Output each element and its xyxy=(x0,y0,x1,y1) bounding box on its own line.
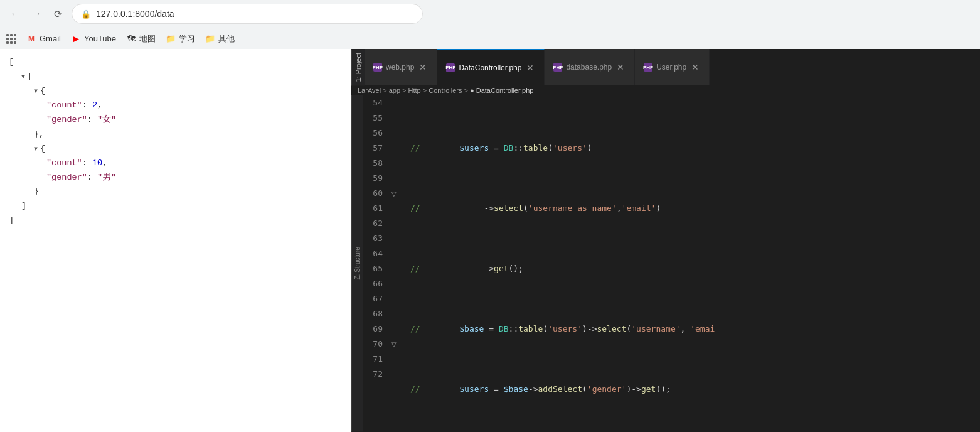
code-line-56: // -> get (); xyxy=(405,261,980,276)
bookmark-maps-label: 地图 xyxy=(139,33,156,45)
collapse-icon-2[interactable]: ▼ xyxy=(34,86,38,97)
bracket: [ xyxy=(28,70,33,84)
address-bar[interactable]: 🔒 127.0.0.1:8000/data xyxy=(72,4,423,24)
json-line-9: "gender" : "男" xyxy=(9,171,342,185)
bookmark-apps[interactable] xyxy=(6,34,16,44)
tab-database-php[interactable]: PHP database.php ✕ xyxy=(545,49,635,85)
json-line-11: ] xyxy=(9,199,342,213)
json-value-gender2: "男" xyxy=(97,171,116,185)
json-value-count2: 10 xyxy=(92,156,102,171)
nav-buttons: ← → ⟳ xyxy=(6,5,67,23)
json-panel: [ ▼ [ ▼ { "count" : 2 , "gender" : "女" }… xyxy=(0,49,351,432)
bookmark-youtube-label: YouTube xyxy=(84,34,116,43)
code-area[interactable]: 54 55 56 57 58 59 60 61 62 63 64 65 66 6… xyxy=(363,95,980,432)
code-lines: // $users = DB :: table ( 'users' ) // xyxy=(400,95,980,432)
bookmark-other[interactable]: 📁 其他 xyxy=(205,33,235,45)
json-line-7: ▼ { xyxy=(9,142,342,156)
bookmark-maps[interactable]: 🗺 地图 xyxy=(126,33,156,45)
json-value-gender1: "女" xyxy=(97,113,116,127)
fold-68 xyxy=(388,306,400,321)
json-key-gender2: "gender" xyxy=(46,171,87,185)
bookmark-learn-label: 学习 xyxy=(179,33,195,45)
fold-64 xyxy=(388,246,400,261)
json-line-1: [ xyxy=(9,55,342,70)
bracket: { xyxy=(40,142,45,156)
fold-55 xyxy=(388,111,400,126)
forward-button[interactable]: → xyxy=(28,5,45,23)
gmail-icon: M xyxy=(26,34,36,44)
structure-label: Z: Structure xyxy=(354,247,361,280)
tab-web-php[interactable]: PHP web.php ✕ xyxy=(365,49,437,85)
json-line-2: ▼ [ xyxy=(9,70,342,84)
fold-61 xyxy=(388,201,400,216)
bracket: [ xyxy=(9,55,14,70)
php-icon-database: PHP xyxy=(553,63,562,72)
project-sidebar-label[interactable]: 1: Project xyxy=(351,49,365,85)
php-icon-datacontroller: PHP xyxy=(446,63,455,72)
code-line-55: // -> select ( 'username as name' , 'ema… xyxy=(405,201,980,216)
url-text: 127.0.0.1:8000/data xyxy=(96,9,413,19)
bracket: { xyxy=(40,84,45,99)
tab-datacontroller-close[interactable]: ✕ xyxy=(525,63,535,73)
json-key-gender1: "gender" xyxy=(46,113,87,127)
json-line-8: "count" : 10 , xyxy=(9,156,342,171)
tab-user-label: User.php xyxy=(656,63,686,72)
fold-63 xyxy=(388,231,400,246)
collapse-icon-1[interactable]: ▼ xyxy=(21,72,25,82)
ide-tabs: PHP web.php ✕ PHP DataController.php ✕ P… xyxy=(365,49,980,85)
fold-69 xyxy=(388,321,400,337)
fold-71 xyxy=(388,352,400,367)
json-line-12: ] xyxy=(9,213,342,228)
fold-60[interactable]: ▽ xyxy=(388,186,400,201)
youtube-icon: ▶ xyxy=(71,34,81,44)
bookmark-youtube[interactable]: ▶ YouTube xyxy=(71,34,116,44)
apps-icon xyxy=(6,34,16,44)
back-button[interactable]: ← xyxy=(6,5,24,23)
bookmarks-bar: M Gmail ▶ YouTube 🗺 地图 📁 学习 📁 其他 xyxy=(0,28,980,49)
collapse-icon-3[interactable]: ▼ xyxy=(34,144,38,154)
lock-icon: 🔒 xyxy=(81,9,91,19)
bookmark-gmail[interactable]: M Gmail xyxy=(26,34,61,44)
fold-62 xyxy=(388,216,400,231)
bookmark-learn[interactable]: 📁 学习 xyxy=(166,33,195,45)
structure-sidebar-label[interactable]: Z: Structure xyxy=(351,95,363,432)
fold-70[interactable]: ▽ xyxy=(388,337,400,352)
line-numbers: 54 55 56 57 58 59 60 61 62 63 64 65 66 6… xyxy=(363,95,388,432)
browser-toolbar: ← → ⟳ 🔒 127.0.0.1:8000/data xyxy=(0,0,980,28)
code-line-57: // $base = DB :: table ( 'users' )-> sel… xyxy=(405,321,980,337)
breadcrumb: LarAvel > app > Http > Controllers > ● D… xyxy=(351,85,980,95)
folder-icon-1: 📁 xyxy=(166,34,176,44)
tab-datacontroller-php[interactable]: PHP DataController.php ✕ xyxy=(437,49,545,85)
tab-database-label: database.php xyxy=(566,63,612,72)
main-content: [ ▼ [ ▼ { "count" : 2 , "gender" : "女" }… xyxy=(0,49,980,432)
php-icon-user: PHP xyxy=(644,63,652,72)
bracket: }, xyxy=(34,127,44,142)
json-value-count1: 2 xyxy=(92,99,97,113)
json-line-10: } xyxy=(9,185,342,199)
tab-database-close[interactable]: ✕ xyxy=(615,62,626,72)
reload-button[interactable]: ⟳ xyxy=(49,5,67,23)
php-icon-web: PHP xyxy=(373,63,382,72)
fold-67 xyxy=(388,291,400,306)
bookmark-other-label: 其他 xyxy=(218,33,235,45)
json-line-3: ▼ { xyxy=(9,84,342,99)
fold-58 xyxy=(388,156,400,171)
bookmark-gmail-label: Gmail xyxy=(40,34,61,43)
maps-icon: 🗺 xyxy=(126,34,136,44)
tab-user-php[interactable]: PHP User.php ✕ xyxy=(635,49,710,85)
browser-chrome: ← → ⟳ 🔒 127.0.0.1:8000/data M Gmail ▶ Yo… xyxy=(0,0,980,49)
folder-icon-2: 📁 xyxy=(205,34,215,44)
fold-54 xyxy=(388,95,400,111)
json-key-count2: "count" xyxy=(46,156,82,171)
ide-body: Z: Structure 54 55 56 57 58 59 60 61 62 … xyxy=(351,95,980,432)
json-key-count1: "count" xyxy=(46,99,82,113)
tab-datacontroller-label: DataController.php xyxy=(459,63,521,72)
bracket: ] xyxy=(9,213,14,228)
fold-72 xyxy=(388,367,400,382)
json-line-5: "gender" : "女" xyxy=(9,113,342,127)
json-line-6: }, xyxy=(9,127,342,142)
fold-59 xyxy=(388,171,400,186)
bracket: ] xyxy=(21,199,26,213)
tab-web-close[interactable]: ✕ xyxy=(418,62,428,72)
tab-user-close[interactable]: ✕ xyxy=(690,62,700,72)
